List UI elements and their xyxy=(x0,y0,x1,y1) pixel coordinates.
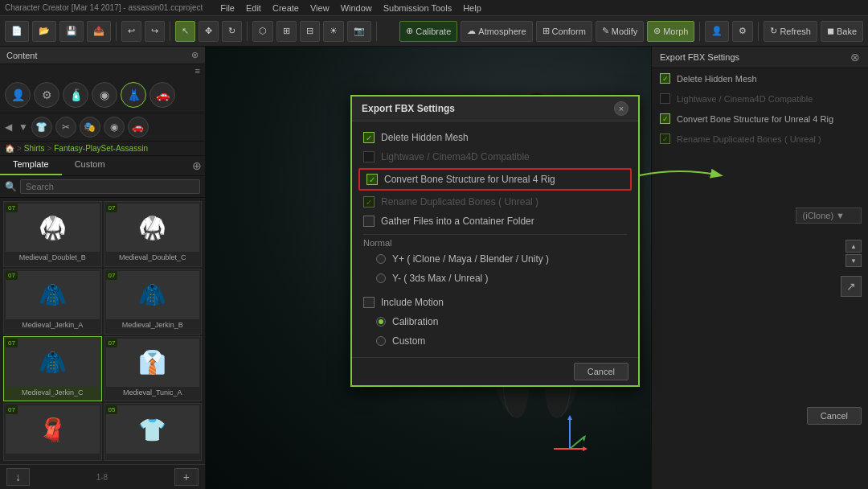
list-item[interactable]: 07 🧣 xyxy=(3,403,102,461)
export-arrow-btn[interactable]: ↗ xyxy=(841,276,862,297)
accessory-icon[interactable]: 🧴 xyxy=(63,82,88,108)
modify-button[interactable]: ✎ Modify xyxy=(596,21,644,42)
viewport[interactable]: Export FBX Settings ⊗ Delete Hidden Mesh… xyxy=(206,47,868,489)
list-item[interactable]: 07 🧥 Medieval_Jerkin_A xyxy=(3,269,102,335)
redo-button[interactable]: ↪ xyxy=(145,21,165,42)
bg-cancel-button[interactable]: Cancel xyxy=(807,407,862,425)
dialog-checkbox-gather-files[interactable] xyxy=(363,216,375,227)
morph-button[interactable]: ⊛ Morph xyxy=(647,21,694,42)
list-item[interactable]: 07 🥋 Medieval_Doublet_B xyxy=(3,201,102,267)
clothing-icon[interactable]: 👗 xyxy=(121,82,146,108)
move-tool[interactable]: ✥ xyxy=(199,21,219,42)
menu-edit[interactable]: Edit xyxy=(246,3,261,13)
motion-icon[interactable]: ⚙ xyxy=(34,82,59,108)
new-item-button[interactable]: + xyxy=(174,468,199,486)
scissors-icon[interactable]: ✂ xyxy=(55,117,76,138)
scroll-up-btn[interactable]: ▲ xyxy=(845,240,862,253)
sidebar-options-icon[interactable]: ≡ xyxy=(195,66,200,76)
shirts-link[interactable]: Shirts xyxy=(24,144,45,153)
bake-button[interactable]: ◼ Bake xyxy=(821,21,863,42)
list-item[interactable]: 07 🧥 Medieval_Jerkin_B xyxy=(104,269,203,335)
item-badge: 07 xyxy=(106,339,118,347)
person-icon-btn[interactable]: 👤 xyxy=(705,21,729,42)
menu-file[interactable]: File xyxy=(220,3,235,13)
dropdown-iclone[interactable]: (iClone) ▼ xyxy=(796,208,862,224)
frame-btn[interactable]: ⊞ xyxy=(276,21,297,42)
settings-button[interactable]: ⚙ xyxy=(732,21,753,42)
list-item[interactable]: 05 👕 xyxy=(104,403,203,461)
search-input[interactable] xyxy=(20,179,200,194)
menu-submission-tools[interactable]: Submission Tools xyxy=(383,3,452,13)
char-icon[interactable]: 👤 xyxy=(5,82,31,108)
dialog-checkbox-lightwave[interactable] xyxy=(363,151,375,162)
bg-checkbox-4[interactable]: ✓ xyxy=(660,134,670,144)
dialog-close-button[interactable]: × xyxy=(614,101,628,116)
menu-create[interactable]: Create xyxy=(272,3,299,13)
dialog-radio-yplus-btn[interactable] xyxy=(376,254,386,264)
bg-checkbox-3[interactable] xyxy=(660,113,670,124)
camera-btn[interactable]: 📷 xyxy=(347,21,371,42)
rotate-tool[interactable]: ↻ xyxy=(222,21,242,42)
search-icon: 🔍 xyxy=(5,181,17,192)
save-button[interactable]: 💾 xyxy=(59,21,84,42)
back-icon[interactable]: ◀ xyxy=(5,121,12,133)
dialog-radio-yminus-btn[interactable] xyxy=(376,273,386,283)
list-item[interactable]: 07 🥋 Medieval_Doublet_C xyxy=(104,201,203,267)
list-item[interactable]: 07 👔 Medieval_Tunic_A xyxy=(104,336,203,402)
tab-template[interactable]: Template xyxy=(0,156,62,175)
bg-checkbox-1[interactable] xyxy=(660,73,670,84)
fbx-dialog: Export FBX Settings × Delete Hidden Mesh… xyxy=(350,95,640,387)
scroll-down-btn[interactable]: ▼ xyxy=(845,254,862,267)
item-badge: 07 xyxy=(6,203,18,212)
down-icon[interactable]: ▼ xyxy=(18,121,28,133)
export-button[interactable]: 📤 xyxy=(87,21,111,42)
vehicle-icon[interactable]: 🚗 xyxy=(149,82,175,108)
dialog-radio-calibration-btn[interactable] xyxy=(376,317,386,327)
dialog-checkbox-include-motion[interactable] xyxy=(363,297,375,308)
dialog-checkbox-convert-bone[interactable] xyxy=(366,174,378,185)
separator-3 xyxy=(247,22,248,41)
light-btn[interactable]: ☀ xyxy=(323,21,344,42)
conform-button[interactable]: ⊞ Conform xyxy=(536,21,592,42)
list-item[interactable]: 07 🧥 Medieval_Jerkin_C xyxy=(3,336,102,402)
menu-window[interactable]: Window xyxy=(341,3,372,13)
background-panel-close[interactable]: ⊗ xyxy=(850,51,860,64)
circle-icon[interactable]: ◉ xyxy=(104,117,125,138)
refresh-button[interactable]: ↻ Refresh xyxy=(764,21,817,42)
mask-icon[interactable]: 🎭 xyxy=(80,117,100,138)
dialog-checkbox-delete-hidden[interactable] xyxy=(363,132,375,143)
svg-line-8 xyxy=(570,437,584,449)
playset-link[interactable]: Fantasy-PlaySet-Assassin xyxy=(54,144,148,153)
morph-icon-btn[interactable]: ◉ xyxy=(92,82,117,108)
perspective-btn[interactable]: ⬡ xyxy=(252,21,273,42)
tab-options-icon[interactable]: ⊕ xyxy=(189,156,205,175)
main-layout: Content ⊗ ≡ 👤 ⚙ 🧴 ◉ 👗 🚗 ◀ ▼ 👕 ✂ 🎭 ◉ 🚗 🏠 … xyxy=(0,47,868,489)
item-badge: 07 xyxy=(6,339,18,347)
undo-button[interactable]: ↩ xyxy=(121,21,141,42)
atmosphere-icon: ☁ xyxy=(467,26,476,36)
export-icon-btn[interactable]: ↗ xyxy=(841,276,862,297)
cancel-button[interactable]: Cancel xyxy=(574,363,628,380)
dialog-checkbox-rename-bones[interactable] xyxy=(363,196,375,208)
bg-checkbox-2[interactable] xyxy=(660,93,670,104)
grid-btn[interactable]: ⊟ xyxy=(300,21,320,42)
menu-view[interactable]: View xyxy=(310,3,330,13)
item-thumbnail: 🧥 xyxy=(106,271,200,319)
home-icon[interactable]: 🏠 xyxy=(5,144,14,153)
open-button[interactable]: 📂 xyxy=(32,21,56,42)
car-icon-sm[interactable]: 🚗 xyxy=(128,117,149,138)
tab-custom[interactable]: Custom xyxy=(62,156,118,175)
shirt-icon[interactable]: 👕 xyxy=(31,117,52,138)
calibrate-button[interactable]: ⊕ Calibrate xyxy=(399,21,457,42)
sidebar-close-icon[interactable]: ⊗ xyxy=(191,50,199,60)
bg-option-3: Convert Bone Structure for Unreal 4 Rig xyxy=(652,109,868,129)
item-label: Medieval_Tunic_A xyxy=(106,387,200,398)
menu-help[interactable]: Help xyxy=(463,3,481,13)
dialog-radio-custom-btn[interactable] xyxy=(376,336,386,346)
new-button[interactable]: 📄 xyxy=(5,21,29,42)
item-thumbnail: 🧥 xyxy=(6,339,100,387)
add-item-button[interactable]: ↓ xyxy=(6,468,30,486)
select-tool[interactable]: ↖ xyxy=(175,21,195,42)
item-thumbnail: 🥋 xyxy=(106,203,200,252)
atmosphere-button[interactable]: ☁ Atmosphere xyxy=(461,21,532,42)
